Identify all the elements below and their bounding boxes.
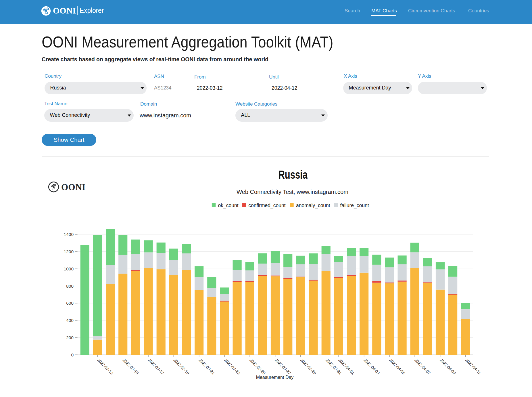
svg-text:Russia: Russia (279, 168, 308, 181)
svg-text:1400: 1400 (64, 232, 74, 237)
svg-text:1200: 1200 (64, 249, 74, 254)
svg-text:confirmed_count: confirmed_count (248, 203, 286, 209)
svg-text:2022-04-09: 2022-04-09 (439, 358, 457, 375)
svg-text:anomaly_count: anomaly_count (296, 203, 330, 209)
svg-text:2022-04-11: 2022-04-11 (464, 358, 482, 375)
svg-text:2022-03-29: 2022-03-29 (299, 358, 317, 375)
svg-text:ok_count: ok_count (218, 203, 239, 209)
svg-text:600: 600 (66, 301, 74, 306)
svg-text:2022-03-25: 2022-03-25 (249, 358, 266, 375)
svg-text:800: 800 (66, 284, 74, 289)
svg-text:failure_count: failure_count (340, 203, 369, 209)
svg-text:2022-03-13: 2022-03-13 (96, 358, 114, 375)
svg-text:0: 0 (71, 352, 74, 357)
svg-text:OONI: OONI (61, 182, 86, 192)
svg-text:2022-03-21: 2022-03-21 (198, 358, 216, 375)
svg-text:2022-04-07: 2022-04-07 (414, 358, 431, 375)
svg-text:Measurement Day: Measurement Day (256, 375, 294, 380)
svg-text:2022-03-19: 2022-03-19 (172, 358, 190, 375)
svg-text:2022-04-03: 2022-04-03 (363, 358, 381, 375)
svg-text:400: 400 (66, 318, 74, 323)
svg-text:2022-03-15: 2022-03-15 (122, 358, 140, 375)
svg-text:2022-03-17: 2022-03-17 (147, 358, 165, 375)
svg-text:2022-04-05: 2022-04-05 (388, 358, 406, 375)
svg-text:2022-03-27: 2022-03-27 (274, 358, 292, 375)
svg-text:1000: 1000 (64, 266, 74, 271)
svg-text:200: 200 (66, 335, 74, 340)
svg-text:Web Connectivity Test, www.ins: Web Connectivity Test, www.instagram.com (237, 189, 348, 195)
svg-text:2022-03-23: 2022-03-23 (223, 358, 241, 375)
